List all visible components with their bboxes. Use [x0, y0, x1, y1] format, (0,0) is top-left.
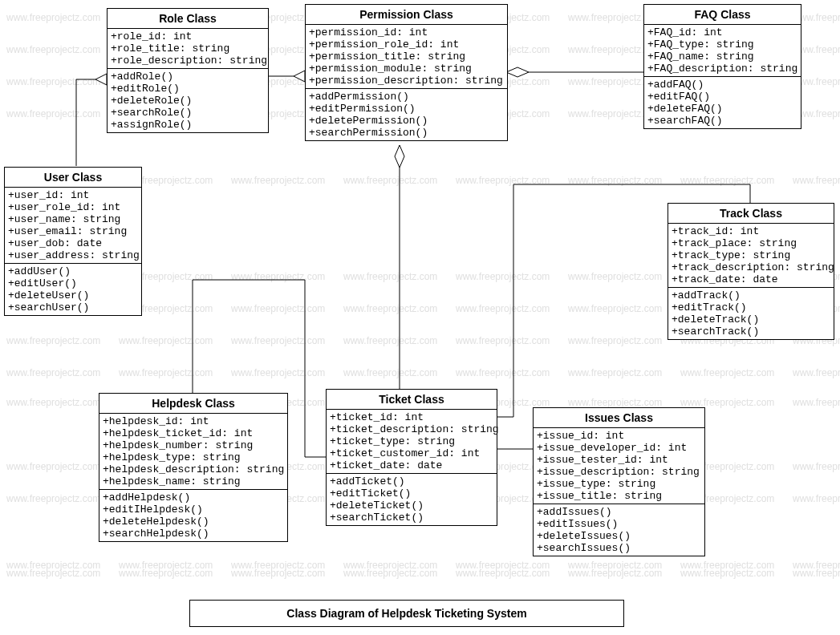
attribute: +FAQ_id: int [647, 26, 797, 38]
watermark: www.freeprojectz.com [456, 271, 550, 282]
attribute: +track_date: date [672, 273, 830, 285]
diagram-caption: Class Diagram of Helpdesk Ticketing Syst… [189, 600, 624, 627]
attribute: +ticket_type: string [330, 435, 493, 447]
watermark: www.freeprojectz.com [6, 560, 100, 571]
watermark: www.freeprojectz.com [793, 367, 840, 378]
attribute: +ticket_date: date [330, 459, 493, 471]
class-ticket: Ticket Class+ticket_id: int+ticket_descr… [326, 389, 497, 526]
watermark: www.freeprojectz.com [568, 568, 662, 579]
attribute: +helpdesk_type: string [103, 451, 284, 463]
class-attributes: +ticket_id: int+ticket_description: stri… [327, 410, 497, 474]
class-attributes: +helpdesk_id: int+helpdesk_ticket_id: in… [99, 414, 287, 490]
operation: +deleteTicket() [330, 500, 493, 512]
class-attributes: +user_id: int+user_role_id: int+user_nam… [5, 188, 141, 264]
operation: +deleteFAQ() [647, 103, 797, 115]
watermark: www.freeprojectz.com [343, 175, 437, 186]
operation: +editTicket() [330, 487, 493, 500]
watermark: www.freeprojectz.com [231, 335, 325, 346]
class-operations: +addFAQ()+editFAQ()+deleteFAQ()+searchFA… [644, 77, 801, 128]
operation: +deleteHelpdesk() [103, 516, 284, 528]
watermark: www.freeprojectz.com [343, 560, 437, 571]
watermark: www.freeprojectz.com [231, 175, 325, 186]
operation: +deletePermission() [309, 115, 504, 127]
operation: +addFAQ() [647, 79, 797, 91]
watermark: www.freeprojectz.com [793, 397, 840, 408]
watermark: www.freeprojectz.com [456, 175, 550, 186]
watermark: www.freeprojectz.com [793, 493, 840, 504]
watermark: www.freeprojectz.com [119, 560, 213, 571]
attribute: +user_role_id: int [8, 201, 138, 213]
watermark: www.freeprojectz.com [119, 568, 213, 579]
watermark: www.freeprojectz.com [680, 367, 774, 378]
attribute: +role_id: int [111, 30, 265, 42]
operation: +searchPermission() [309, 127, 504, 139]
attribute: +track_type: string [672, 249, 830, 261]
operation: +addPermission() [309, 91, 504, 103]
attribute: +user_email: string [8, 225, 138, 237]
watermark: www.freeprojectz.com [343, 271, 437, 282]
attribute: +user_id: int [8, 189, 138, 201]
class-issues: Issues Class+issue_id: int+issue_develop… [533, 407, 705, 556]
operation: +addTrack() [672, 289, 830, 301]
operation: +editTrack() [672, 301, 830, 313]
class-attributes: +track_id: int+track_place: string+track… [668, 224, 834, 288]
watermark: www.freeprojectz.com [793, 568, 840, 579]
watermark: www.freeprojectz.com [343, 303, 437, 314]
class-operations: +addPermission()+editPermission()+delete… [306, 89, 507, 140]
attribute: +issue_id: int [537, 430, 701, 442]
attribute: +role_description: string [111, 55, 265, 67]
class-title: User Class [5, 168, 141, 188]
operation: +addHelpdesk() [103, 491, 284, 504]
class-operations: +addUser()+editUser()+deleteUser()+searc… [5, 264, 141, 315]
operation: +searchUser() [8, 301, 138, 313]
attribute: +permission_title: string [309, 51, 504, 63]
attribute: +ticket_id: int [330, 411, 493, 423]
operation: +searchTrack() [672, 326, 830, 338]
watermark: www.freeprojectz.com [568, 397, 662, 408]
watermark: www.freeprojectz.com [456, 568, 550, 579]
class-operations: +addIssues()+editIssues()+deleteIssues()… [534, 504, 704, 556]
attribute: +FAQ_description: string [647, 63, 797, 75]
operation: +editPermission() [309, 103, 504, 115]
attribute: +FAQ_type: string [647, 38, 797, 51]
attribute: +track_place: string [672, 237, 830, 249]
attribute: +helpdesk_name: string [103, 475, 284, 487]
attribute: +helpdesk_ticket_id: int [103, 427, 284, 439]
operation: +editIHelpdesk() [103, 504, 284, 516]
watermark: www.freeprojectz.com [680, 560, 774, 571]
operation: +deleteUser() [8, 289, 138, 301]
watermark: www.freeprojectz.com [231, 271, 325, 282]
class-operations: +addTrack()+editTrack()+deleteTrack()+se… [668, 288, 834, 339]
operation: +addUser() [8, 265, 138, 277]
svg-marker-4 [294, 71, 305, 82]
watermark: www.freeprojectz.com [6, 397, 100, 408]
operation: +assignRole() [111, 119, 265, 131]
operation: +deleteTrack() [672, 313, 830, 326]
class-user: User Class+user_id: int+user_role_id: in… [4, 167, 142, 316]
operation: +searchHelpdesk() [103, 528, 284, 540]
watermark: www.freeprojectz.com [6, 12, 100, 23]
watermark: www.freeprojectz.com [231, 568, 325, 579]
class-track: Track Class+track_id: int+track_place: s… [668, 203, 834, 340]
attribute: +helpdesk_number: string [103, 439, 284, 451]
class-title: Track Class [668, 204, 834, 224]
attribute: +track_id: int [672, 225, 830, 237]
watermark: www.freeprojectz.com [568, 175, 662, 186]
attribute: +track_description: string [672, 261, 830, 273]
attribute: +ticket_customer_id: int [330, 447, 493, 459]
attribute: +permission_module: string [309, 63, 504, 75]
watermark: www.freeprojectz.com [793, 175, 840, 186]
attribute: +user_dob: date [8, 237, 138, 249]
class-operations: +addTicket()+editTicket()+deleteTicket()… [327, 474, 497, 525]
svg-marker-2 [95, 74, 107, 85]
watermark: www.freeprojectz.com [343, 568, 437, 579]
operation: +searchTicket() [330, 512, 493, 524]
class-attributes: +issue_id: int+issue_developer_id: int+i… [534, 428, 704, 504]
operation: +searchIssues() [537, 542, 701, 554]
watermark: www.freeprojectz.com [6, 108, 100, 119]
class-attributes: +FAQ_id: int+FAQ_type: string+FAQ_name: … [644, 25, 801, 77]
watermark: www.freeprojectz.com [568, 303, 662, 314]
watermark: www.freeprojectz.com [6, 335, 100, 346]
attribute: +helpdesk_id: int [103, 415, 284, 427]
operation: +searchFAQ() [647, 115, 797, 127]
